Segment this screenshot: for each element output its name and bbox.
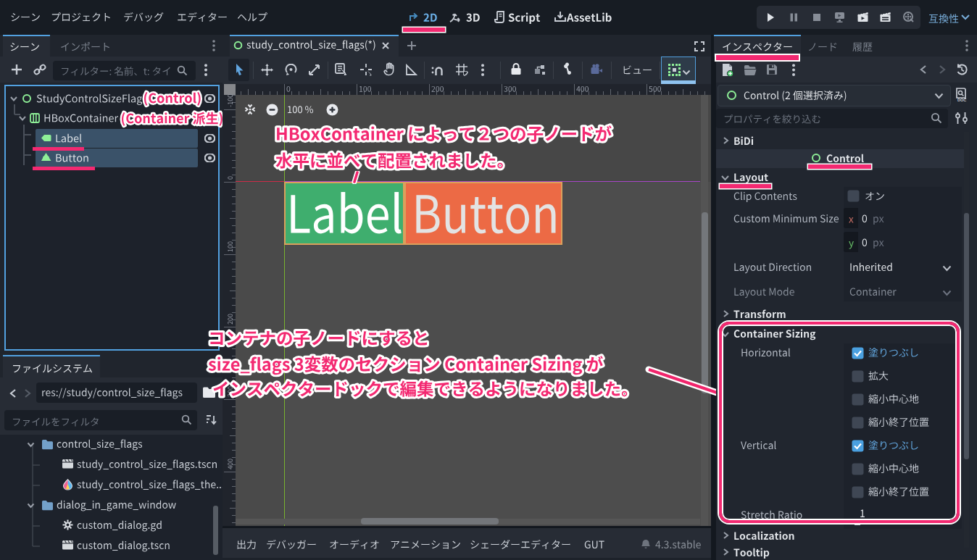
svg-text:DOC: DOC [957, 98, 966, 102]
